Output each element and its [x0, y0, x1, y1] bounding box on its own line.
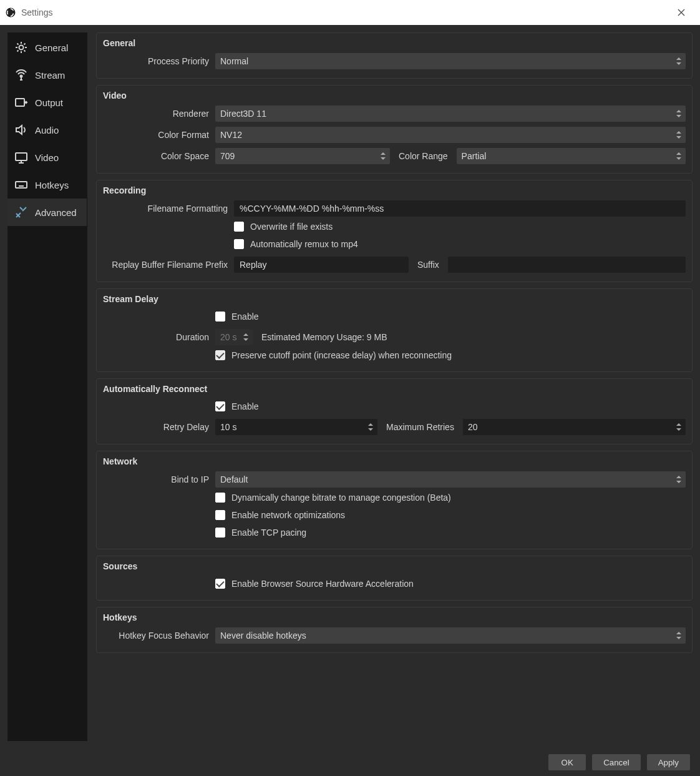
panel-recording: Recording Filename Formatting %CCYY-%MM-…	[96, 180, 693, 282]
panel-stream-delay: Stream Delay Enable Duration 20 s Estima…	[96, 288, 693, 372]
preserve-cutoff-label: Preserve cutoff point (increase delay) w…	[231, 350, 452, 360]
process-priority-select[interactable]: Normal	[215, 53, 686, 69]
chevron-updown-icon	[674, 421, 683, 433]
duration-label: Duration	[103, 332, 209, 342]
dyn-bitrate-label: Dynamically change bitrate to manage con…	[231, 493, 451, 503]
sidebar-item-label: General	[35, 42, 68, 53]
chevron-updown-icon	[674, 108, 683, 119]
panel-heading: General	[103, 38, 686, 48]
sidebar-item-general[interactable]: General	[7, 34, 87, 61]
tools-icon	[14, 205, 29, 220]
panel-heading: Stream Delay	[103, 294, 686, 304]
cancel-button[interactable]: Cancel	[592, 754, 641, 770]
bind-ip-label: Bind to IP	[103, 474, 209, 484]
titlebar: Settings	[0, 0, 700, 25]
color-range-label: Color Range	[396, 151, 450, 161]
keyboard-icon	[14, 177, 29, 192]
auto-remux-checkbox[interactable]	[234, 239, 244, 249]
panel-hotkeys: Hotkeys Hotkey Focus Behavior Never disa…	[96, 607, 693, 653]
sidebar-item-audio[interactable]: Audio	[7, 116, 87, 144]
net-opt-label: Enable network optimizations	[231, 510, 345, 520]
color-space-select[interactable]: 709	[215, 148, 390, 164]
svg-rect-8	[16, 153, 27, 160]
output-icon	[14, 95, 29, 110]
suffix-label: Suffix	[415, 260, 442, 270]
stream-delay-enable-label: Enable	[231, 312, 259, 322]
color-format-label: Color Format	[103, 130, 209, 140]
chevron-updown-icon	[674, 630, 683, 641]
apply-button[interactable]: Apply	[647, 754, 690, 770]
replay-prefix-input[interactable]: Replay	[234, 257, 409, 273]
hotkey-focus-label: Hotkey Focus Behavior	[103, 631, 209, 641]
max-retries-label: Maximum Retries	[384, 422, 457, 432]
sidebar-item-label: Audio	[35, 125, 59, 135]
sidebar-item-label: Advanced	[35, 207, 77, 218]
chevron-updown-icon	[674, 474, 683, 485]
sidebar-item-hotkeys[interactable]: Hotkeys	[7, 171, 87, 199]
color-range-select[interactable]: Partial	[457, 148, 686, 164]
chevron-updown-icon	[674, 56, 683, 67]
panel-general: General Process Priority Normal	[96, 32, 693, 79]
sidebar-item-label: Video	[35, 152, 59, 163]
audio-icon	[14, 122, 29, 137]
ok-button[interactable]: OK	[548, 754, 586, 770]
svg-rect-7	[16, 99, 24, 106]
memory-usage-label: Estimated Memory Usage: 9 MB	[259, 332, 390, 342]
hotkey-focus-select[interactable]: Never disable hotkeys	[215, 627, 686, 644]
net-opt-checkbox[interactable]	[215, 510, 225, 520]
filename-formatting-input[interactable]: %CCYY-%MM-%DD %hh-%mm-%ss	[234, 200, 686, 217]
panel-auto-reconnect: Automatically Reconnect Enable Retry Del…	[96, 378, 693, 444]
sidebar-item-label: Output	[35, 97, 63, 108]
sidebar-item-stream[interactable]: Stream	[7, 61, 87, 89]
settings-sidebar: General Stream Output Audio Video Hotkey…	[7, 32, 87, 741]
window-title: Settings	[21, 7, 53, 17]
panel-heading: Recording	[103, 185, 686, 195]
retry-delay-label: Retry Delay	[103, 422, 209, 432]
overwrite-checkbox[interactable]	[234, 222, 244, 232]
preserve-cutoff-checkbox[interactable]	[215, 350, 225, 360]
gear-icon	[14, 40, 29, 55]
filename-formatting-label: Filename Formatting	[103, 204, 228, 214]
stream-delay-enable-checkbox[interactable]	[215, 312, 225, 322]
max-retries-spinbox[interactable]: 20	[463, 419, 686, 435]
sidebar-item-label: Stream	[35, 70, 65, 81]
settings-content: General Process Priority Normal Video Re…	[96, 32, 693, 741]
renderer-label: Renderer	[103, 109, 209, 119]
sidebar-item-video[interactable]: Video	[7, 144, 87, 171]
obs-icon	[5, 7, 16, 18]
color-format-select[interactable]: NV12	[215, 127, 686, 143]
svg-point-3	[19, 46, 24, 50]
panel-video: Video Renderer Direct3D 11 Color Format …	[96, 85, 693, 174]
panel-heading: Sources	[103, 561, 686, 571]
sidebar-item-label: Hotkeys	[35, 180, 69, 190]
auto-reconnect-enable-checkbox[interactable]	[215, 401, 225, 411]
chevron-updown-icon	[379, 150, 387, 162]
replay-prefix-label: Replay Buffer Filename Prefix	[103, 260, 228, 270]
broadcast-icon	[14, 67, 29, 82]
panel-heading: Network	[103, 456, 686, 466]
bind-ip-select[interactable]: Default	[215, 471, 686, 488]
sidebar-item-output[interactable]: Output	[7, 89, 87, 116]
retry-delay-spinbox[interactable]: 10 s	[215, 419, 377, 435]
renderer-select[interactable]: Direct3D 11	[215, 106, 686, 122]
dyn-bitrate-checkbox[interactable]	[215, 493, 225, 503]
process-priority-label: Process Priority	[103, 56, 209, 66]
chevron-updown-icon	[674, 129, 683, 140]
monitor-icon	[14, 150, 29, 165]
close-button[interactable]	[668, 3, 695, 22]
sidebar-item-advanced[interactable]: Advanced	[7, 199, 87, 226]
panel-sources: Sources Enable Browser Source Hardware A…	[96, 556, 693, 601]
panel-heading: Hotkeys	[103, 612, 686, 622]
chevron-updown-icon	[241, 332, 250, 343]
suffix-input[interactable]	[448, 257, 686, 273]
panel-network: Network Bind to IP Default Dynamically c…	[96, 451, 693, 549]
panel-heading: Automatically Reconnect	[103, 384, 686, 394]
tcp-pacing-checkbox[interactable]	[215, 528, 225, 538]
panel-heading: Video	[103, 91, 686, 101]
chevron-updown-icon	[366, 421, 375, 433]
chevron-updown-icon	[674, 150, 683, 162]
browser-hw-checkbox[interactable]	[215, 579, 225, 589]
auto-reconnect-enable-label: Enable	[231, 401, 259, 411]
auto-remux-label: Automatically remux to mp4	[250, 239, 358, 249]
duration-spinbox[interactable]: 20 s	[215, 329, 253, 345]
